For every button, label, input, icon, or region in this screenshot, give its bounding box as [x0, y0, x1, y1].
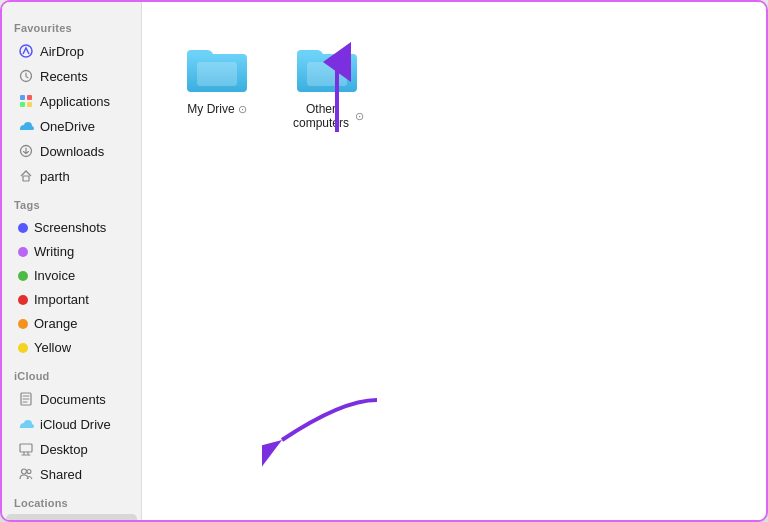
down-left-arrow — [262, 390, 382, 470]
sidebar-item-writing-label: Writing — [34, 244, 74, 259]
folder-other-computers[interactable]: Other computers ⊙ — [282, 32, 372, 138]
locations-header: Locations — [2, 487, 141, 513]
airdrop-icon — [18, 43, 34, 59]
sidebar-item-important-label: Important — [34, 292, 89, 307]
icloud-drive-icon — [18, 416, 34, 432]
shared-icon — [18, 466, 34, 482]
invoice-dot — [18, 271, 28, 281]
sidebar-item-writing[interactable]: Writing — [6, 240, 137, 263]
sidebar-item-icloud-drive[interactable]: iCloud Drive — [6, 412, 137, 436]
sidebar-item-icloud-drive-label: iCloud Drive — [40, 417, 111, 432]
svg-point-10 — [22, 469, 27, 474]
svg-point-11 — [27, 470, 31, 474]
cloud-sync-icon-2: ⊙ — [355, 110, 364, 123]
svg-rect-3 — [27, 95, 32, 100]
screenshots-dot — [18, 223, 28, 233]
svg-rect-7 — [23, 176, 29, 181]
folder-my-drive-label: My Drive ⊙ — [187, 102, 246, 116]
sidebar-item-screenshots[interactable]: Screenshots — [6, 216, 137, 239]
folder-other-computers-icon — [295, 40, 359, 96]
downloads-icon — [18, 143, 34, 159]
sidebar-item-parth[interactable]: parth — [6, 164, 137, 188]
finder-window: Favourites AirDrop Recents Applications — [0, 0, 768, 522]
sidebar-item-important[interactable]: Important — [6, 288, 137, 311]
desktop-icon — [18, 441, 34, 457]
sidebar-item-documents-label: Documents — [40, 392, 106, 407]
sidebar-item-airdrop[interactable]: AirDrop — [6, 39, 137, 63]
sidebar-item-google-drive[interactable]: Google Drive — [6, 514, 137, 520]
sidebar-item-parth-label: parth — [40, 169, 70, 184]
sidebar-item-invoice-label: Invoice — [34, 268, 75, 283]
sidebar-item-desktop[interactable]: Desktop — [6, 437, 137, 461]
favourites-header: Favourites — [2, 12, 141, 38]
sidebar-item-orange[interactable]: Orange — [6, 312, 137, 335]
sidebar-item-orange-label: Orange — [34, 316, 77, 331]
sidebar-item-applications-label: Applications — [40, 94, 110, 109]
sidebar-item-documents[interactable]: Documents — [6, 387, 137, 411]
sidebar-item-yellow[interactable]: Yellow — [6, 336, 137, 359]
folder-my-drive[interactable]: My Drive ⊙ — [172, 32, 262, 138]
icloud-header: iCloud — [2, 360, 141, 386]
sidebar-item-desktop-label: Desktop — [40, 442, 88, 457]
sidebar-item-shared-label: Shared — [40, 467, 82, 482]
sidebar-item-google-drive-label: Google Drive — [40, 519, 116, 521]
documents-icon — [18, 391, 34, 407]
sidebar-item-invoice[interactable]: Invoice — [6, 264, 137, 287]
sidebar-item-downloads[interactable]: Downloads — [6, 139, 137, 163]
sidebar-item-downloads-label: Downloads — [40, 144, 104, 159]
tags-header: Tags — [2, 189, 141, 215]
recents-icon — [18, 68, 34, 84]
important-dot — [18, 295, 28, 305]
folder-grid: My Drive ⊙ — [162, 22, 746, 148]
svg-rect-5 — [27, 102, 32, 107]
svg-rect-9 — [20, 444, 32, 452]
folder-my-drive-icon — [185, 40, 249, 96]
sidebar: Favourites AirDrop Recents Applications — [2, 2, 142, 520]
svg-rect-15 — [197, 62, 237, 86]
sidebar-item-recents-label: Recents — [40, 69, 88, 84]
sidebar-item-yellow-label: Yellow — [34, 340, 71, 355]
sidebar-item-shared[interactable]: Shared — [6, 462, 137, 486]
applications-icon — [18, 93, 34, 109]
sidebar-item-onedrive[interactable]: OneDrive — [6, 114, 137, 138]
sidebar-item-airdrop-label: AirDrop — [40, 44, 84, 59]
sidebar-item-recents[interactable]: Recents — [6, 64, 137, 88]
cloud-sync-icon: ⊙ — [238, 103, 247, 116]
google-drive-icon — [18, 518, 34, 520]
svg-rect-4 — [20, 102, 25, 107]
onedrive-icon — [18, 118, 34, 134]
sidebar-item-applications[interactable]: Applications — [6, 89, 137, 113]
svg-rect-2 — [20, 95, 25, 100]
orange-dot — [18, 319, 28, 329]
folder-other-computers-label: Other computers ⊙ — [290, 102, 364, 130]
sidebar-item-onedrive-label: OneDrive — [40, 119, 95, 134]
svg-rect-17 — [307, 62, 347, 86]
sidebar-item-screenshots-label: Screenshots — [34, 220, 106, 235]
writing-dot — [18, 247, 28, 257]
main-content: My Drive ⊙ — [142, 2, 766, 520]
home-icon — [18, 168, 34, 184]
yellow-dot — [18, 343, 28, 353]
